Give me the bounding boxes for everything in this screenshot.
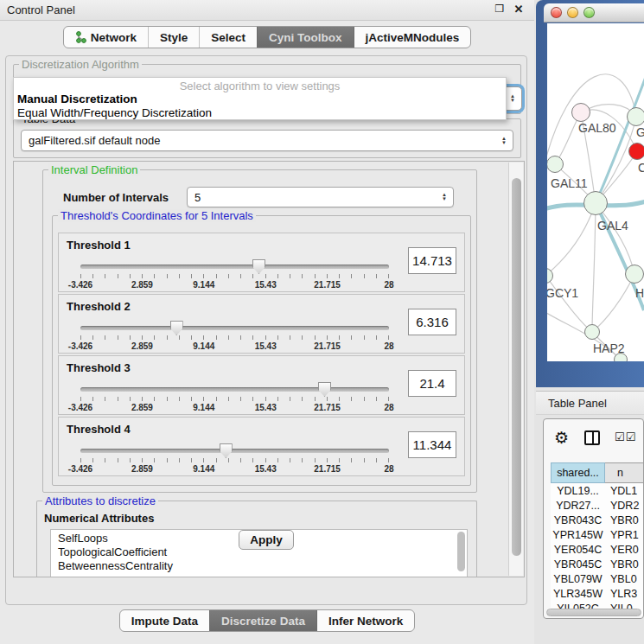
cell-shared-name[interactable]: YBL079W (551, 571, 605, 586)
table-header-row: shared... n (551, 462, 644, 483)
dropdown-option-equal-width[interactable]: Equal Width/Frequency Discretization (14, 106, 506, 120)
network-node[interactable] (628, 143, 644, 160)
column-header-name[interactable]: n (605, 462, 644, 483)
threshold-panel: Threshold 2 -3.4262.8599.14415.4321.7152… (58, 294, 465, 354)
bottom-tabbar: Impute Data Discretize Data Infer Networ… (0, 609, 534, 632)
slider-track[interactable] (80, 449, 389, 453)
table-data-combobox[interactable]: galFiltered.sif default node ▲▼ (21, 130, 513, 151)
network-node[interactable] (627, 107, 644, 126)
threshold-slider[interactable]: -3.4262.8599.14415.4321.71528 (80, 319, 389, 352)
vertical-scrollbar[interactable] (508, 163, 523, 576)
network-node[interactable] (571, 103, 590, 122)
panel-title: Control Panel (7, 3, 75, 16)
threshold-value-field[interactable]: 21.4 (408, 370, 456, 397)
tab-cyni-toolbox[interactable]: Cyni Toolbox (257, 27, 354, 48)
scrollbar-thumb[interactable] (512, 178, 521, 556)
cell-name[interactable]: YLR3 (605, 586, 644, 601)
tab-label: Style (160, 31, 188, 44)
network-window-titlebar[interactable] (544, 3, 644, 22)
table-row[interactable]: YDL19...YDL1 (551, 483, 644, 498)
network-node[interactable] (583, 191, 608, 215)
columns-icon[interactable] (584, 430, 600, 445)
cell-name[interactable]: YDL1 (605, 483, 644, 498)
tab-select[interactable]: Select (199, 27, 257, 48)
tab-network[interactable]: Network (64, 27, 148, 48)
checkbox-icon[interactable]: ☑☑ (615, 430, 636, 443)
tab-discretize-data[interactable]: Discretize Data (209, 610, 316, 631)
gear-icon[interactable]: ⚙ (554, 428, 569, 448)
close-red-icon[interactable] (551, 7, 562, 18)
cell-shared-name[interactable]: YDR27... (551, 498, 605, 513)
table-panel-title: Table Panel (548, 397, 607, 410)
cell-name[interactable]: YBR0 (605, 513, 644, 527)
threshold-slider[interactable]: -3.4262.8599.14415.4321.71528 (80, 442, 389, 475)
slider-track[interactable] (80, 387, 389, 392)
network-node[interactable] (625, 265, 644, 284)
threshold-value-field[interactable]: 6.316 (408, 309, 456, 335)
slider-handle[interactable] (170, 321, 183, 335)
cell-name[interactable]: YDR2 (605, 498, 644, 513)
cell-shared-name[interactable]: YBR043C (551, 513, 605, 527)
close-icon[interactable]: ✕ (512, 3, 526, 16)
dropdown-option-manual[interactable]: Manual Discretization (14, 92, 506, 106)
network-node[interactable] (584, 324, 600, 340)
slider-handle[interactable] (220, 443, 233, 458)
minimize-yellow-icon[interactable] (567, 7, 578, 18)
threshold-slider[interactable]: -3.4262.8599.14415.4321.71528 (80, 380, 389, 413)
combo-spinner-icon: ▲▼ (501, 137, 507, 145)
cell-shared-name[interactable]: YPR145W (551, 527, 605, 542)
number-of-intervals-combobox[interactable]: 5 ▲▼ (187, 187, 454, 207)
table-row[interactable]: YBR045CYBR0 (551, 557, 644, 571)
cell-name[interactable]: YPR1 (605, 527, 644, 542)
network-node[interactable] (547, 156, 564, 173)
tick-label: 9.144 (193, 280, 214, 290)
threshold-value-field[interactable]: 11.344 (408, 431, 456, 458)
cell-shared-name[interactable]: YBR045C (551, 557, 605, 571)
cell-name[interactable]: YBR0 (605, 557, 644, 571)
table-row[interactable]: YER054CYER0 (551, 542, 644, 557)
tab-infer-network[interactable]: Infer Network (316, 610, 414, 631)
tick-label: -3.426 (68, 403, 92, 412)
combo-spinner-icon: ▲▼ (442, 193, 447, 201)
network-view-window[interactable]: GAL80GCGAL11GAL4GCY1HHAP2 (536, 0, 644, 387)
column-header-shared[interactable]: shared... (551, 462, 605, 483)
slider-handle[interactable] (252, 259, 265, 274)
threshold-label: Threshold 4 (67, 423, 131, 436)
table-row[interactable]: YLR345WYLR3 (551, 586, 644, 601)
tab-impute-data[interactable]: Impute Data (120, 610, 209, 631)
tab-style[interactable]: Style (148, 27, 199, 48)
cell-shared-name[interactable]: YDL19... (551, 483, 605, 498)
network-canvas[interactable]: GAL80GCGAL11GAL4GCY1HHAP2 (547, 23, 644, 361)
cell-name[interactable]: YER0 (605, 542, 644, 557)
attribute-list-item[interactable]: BetweennessCentrality (58, 559, 467, 573)
threshold-slider[interactable]: -3.4262.8599.14415.4321.71528 (80, 258, 389, 290)
list-scrollbar[interactable] (457, 532, 465, 571)
tab-jactivemnodules[interactable]: jActiveMNodules (354, 27, 471, 48)
horizontal-scrollbar[interactable] (546, 609, 641, 616)
table-rows: YDL19...YDL1YDR27...YDR2YBR043CYBR0YPR14… (551, 483, 644, 615)
tick-label: 9.144 (193, 341, 214, 351)
zoom-green-icon[interactable] (583, 7, 595, 18)
slider-track[interactable] (80, 326, 389, 330)
slider-handle[interactable] (318, 382, 331, 397)
cell-shared-name[interactable]: YER054C (551, 542, 605, 557)
table-row[interactable]: YBR043CYBR0 (551, 513, 644, 527)
cell-shared-name[interactable]: YLR345W (551, 586, 605, 601)
table-data-group: Table Data galFiltered.sif default node … (13, 118, 521, 158)
node-label: G (636, 125, 644, 139)
node-table[interactable]: shared... n YDL19...YDL1YDR27...YDR2YBR0… (551, 462, 644, 615)
tick-label: 2.859 (131, 403, 153, 412)
tab-label: Infer Network (328, 615, 403, 628)
tick-label: 2.859 (131, 341, 153, 351)
slider-ticks (80, 335, 389, 340)
table-row[interactable]: YBL079WYBL0 (551, 571, 644, 586)
float-window-icon[interactable]: ❒ (493, 3, 507, 15)
slider-track[interactable] (80, 265, 389, 269)
slider-ticks (80, 397, 389, 401)
cell-name[interactable]: YBL0 (605, 571, 644, 586)
apply-button[interactable]: Apply (239, 530, 294, 550)
table-row[interactable]: YDR27...YDR2 (551, 498, 644, 513)
tick-label: 15.43 (255, 464, 277, 474)
threshold-value-field[interactable]: 14.713 (408, 247, 456, 274)
table-row[interactable]: YPR145WYPR1 (551, 527, 644, 542)
